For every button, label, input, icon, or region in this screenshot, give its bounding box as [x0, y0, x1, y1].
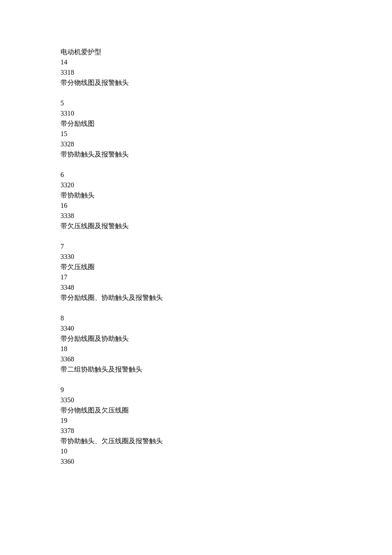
text-line: 带协助触头、欠压线圈及报警触头	[61, 436, 392, 446]
text-line: 3320	[61, 180, 392, 190]
text-block: 电动机爱护型 14 3318 带分物线图及报警触头	[61, 47, 392, 88]
text-line: 8	[61, 313, 392, 323]
text-line: 19	[61, 416, 392, 426]
text-line: 3340	[61, 323, 392, 334]
text-line: 带分物线图及报警触头	[61, 78, 392, 88]
text-line: 3310	[61, 108, 392, 119]
text-line: 6	[61, 170, 392, 180]
text-line: 3350	[61, 395, 392, 405]
text-line: 带二组协助触头及报警触头	[61, 364, 392, 375]
text-line: 5	[61, 98, 392, 108]
text-line: 3338	[61, 211, 392, 221]
text-line: 3318	[61, 67, 392, 78]
text-line: 带欠压线圈	[61, 262, 392, 272]
text-block: 5 3310 带分励线图 15 3328 带协助触头及报警触头	[61, 98, 392, 160]
text-line: 带分励线图	[61, 119, 392, 129]
text-block: 7 3330 带欠压线圈 17 3348 带分励线圈、协助触头及报警触头	[61, 241, 392, 303]
text-line: 16	[61, 200, 392, 211]
text-line: 18	[61, 344, 392, 354]
text-line: 带分励线圈及协助触头	[61, 334, 392, 344]
text-line: 带分励线圈、协助触头及报警触头	[61, 293, 392, 303]
text-line: 电动机爱护型	[61, 47, 392, 57]
text-line: 14	[61, 57, 392, 67]
text-block: 8 3340 带分励线圈及协助触头 18 3368 带二组协助触头及报警触头	[61, 313, 392, 375]
text-line: 3330	[61, 252, 392, 262]
text-block: 6 3320 带协助触头 16 3338 带欠压线圈及报警触头	[61, 170, 392, 231]
text-line: 带欠压线圈及报警触头	[61, 221, 392, 231]
text-line: 带分物线图及欠压线圈	[61, 405, 392, 416]
text-line: 3378	[61, 426, 392, 436]
text-line: 10	[61, 446, 392, 456]
text-line: 3368	[61, 354, 392, 364]
text-line: 带协助触头	[61, 190, 392, 200]
text-line: 9	[61, 385, 392, 395]
text-line: 17	[61, 272, 392, 282]
text-line: 3360	[61, 456, 392, 467]
text-line: 带协助触头及报警触头	[61, 149, 392, 160]
document-page: 电动机爱护型 14 3318 带分物线图及报警触头 5 3310 带分励线图 1…	[0, 0, 392, 555]
text-line: 3348	[61, 282, 392, 293]
text-block: 9 3350 带分物线图及欠压线圈 19 3378 带协助触头、欠压线圈及报警触…	[61, 385, 392, 467]
text-line: 15	[61, 129, 392, 139]
text-line: 7	[61, 241, 392, 252]
text-line: 3328	[61, 139, 392, 149]
